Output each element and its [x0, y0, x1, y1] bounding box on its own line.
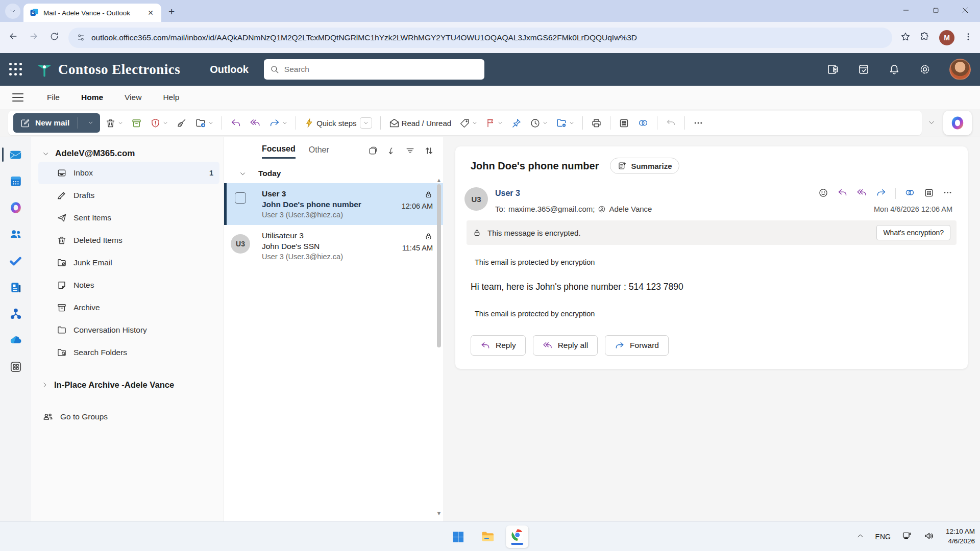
my-day-icon[interactable] — [857, 63, 870, 76]
rail-news-icon[interactable] — [0, 275, 31, 299]
go-to-groups[interactable]: Go to Groups — [38, 406, 219, 428]
sort-direction-icon[interactable] — [387, 146, 396, 157]
taskbar-clock[interactable]: 12:10 AM 4/6/2026 — [946, 527, 975, 545]
folder-conversation-history[interactable]: Conversation History — [38, 319, 219, 341]
reply-button-ribbon[interactable] — [227, 114, 244, 132]
browser-menu-icon[interactable] — [964, 32, 973, 43]
browser-tab[interactable]: Mail - Adele Vance - Outlook ✕ — [23, 4, 161, 22]
archive-button[interactable] — [128, 115, 145, 132]
summarize-button[interactable]: Summarize — [610, 158, 679, 174]
forward-icon[interactable] — [876, 187, 887, 199]
menu-view[interactable]: View — [122, 90, 143, 105]
undo-button[interactable] — [663, 115, 679, 132]
network-icon[interactable] — [902, 531, 913, 543]
whats-encryption-button[interactable]: What's encryption? — [876, 225, 950, 240]
new-mail-dropdown[interactable] — [83, 118, 98, 128]
new-mail-button[interactable]: New mail — [13, 113, 100, 133]
message-list-scrollbar[interactable]: ▲ ▼ — [436, 177, 442, 517]
notifications-bell-icon[interactable] — [888, 63, 900, 76]
rail-people-icon[interactable] — [0, 222, 31, 246]
app-name[interactable]: Outlook — [210, 64, 249, 76]
sweep-button[interactable] — [173, 115, 190, 132]
quick-steps-button[interactable]: Quick steps — [301, 114, 375, 132]
settings-gear-icon[interactable] — [919, 63, 931, 76]
address-bar[interactable]: outlook.office365.com/mail/inbox/id/AAQk… — [68, 28, 892, 48]
menu-file[interactable]: File — [45, 90, 62, 105]
reload-button[interactable] — [48, 32, 60, 44]
report-button[interactable] — [147, 115, 171, 132]
quick-steps-dropdown[interactable] — [360, 117, 372, 129]
mail-list-item[interactable]: U3 Utilisateur 3 John Doe's SSN User 3 (… — [224, 225, 443, 267]
folder-junk-email[interactable]: Junk Email — [38, 252, 219, 274]
sender-avatar[interactable]: U3 — [464, 187, 488, 211]
rail-mail-icon[interactable] — [0, 142, 31, 167]
volume-icon[interactable] — [924, 531, 935, 543]
print-button[interactable] — [588, 115, 605, 132]
account-row[interactable]: AdeleV@M365.com — [38, 145, 219, 162]
loop-icon[interactable] — [904, 187, 915, 199]
snooze-button[interactable] — [527, 115, 551, 132]
back-button[interactable] — [7, 31, 19, 44]
reply-all-button[interactable]: Reply all — [533, 335, 598, 356]
pin-button[interactable] — [508, 115, 525, 132]
hamburger-menu-icon[interactable] — [12, 93, 23, 102]
forward-button-ribbon[interactable] — [266, 114, 290, 132]
apps-button[interactable] — [616, 115, 632, 132]
loop-button[interactable] — [634, 114, 652, 132]
app-launcher-icon[interactable] — [9, 63, 22, 76]
categorize-button[interactable] — [456, 115, 480, 132]
read-unread-button[interactable]: Read / Unread — [386, 115, 455, 132]
window-minimize-button[interactable] — [891, 0, 921, 20]
reply-all-button-ribbon[interactable] — [247, 114, 264, 132]
forward-button[interactable]: Forward — [605, 335, 669, 356]
folder-deleted-items[interactable]: Deleted Items — [38, 229, 219, 252]
window-close-button[interactable] — [950, 0, 980, 20]
menu-help[interactable]: Help — [161, 90, 181, 105]
reply-button[interactable]: Reply — [471, 335, 526, 356]
onenote-feed-icon[interactable] — [827, 63, 839, 76]
filter-icon[interactable] — [405, 146, 415, 157]
move-to-button[interactable] — [192, 114, 216, 132]
tab-other[interactable]: Other — [309, 145, 329, 158]
copilot-button[interactable] — [943, 111, 972, 135]
browser-profile-avatar[interactable]: M — [939, 30, 954, 45]
extensions-icon[interactable] — [920, 32, 930, 43]
recipient-1[interactable]: maxime.365@gmail.com; — [508, 205, 595, 213]
tab-search-button[interactable] — [5, 4, 20, 19]
mail-checkbox[interactable] — [235, 192, 246, 204]
brand[interactable]: Contoso Electronics — [36, 61, 180, 78]
tab-close-icon[interactable]: ✕ — [146, 9, 155, 17]
window-maximize-button[interactable] — [921, 0, 950, 20]
flag-button[interactable] — [482, 115, 506, 131]
select-messages-icon[interactable] — [368, 146, 378, 157]
folder-archive[interactable]: Archive — [38, 296, 219, 319]
scroll-down-icon[interactable]: ▼ — [436, 510, 442, 517]
search-input[interactable] — [284, 65, 478, 74]
sender-name[interactable]: User 3 — [495, 189, 520, 198]
add-reaction-icon[interactable] — [818, 188, 828, 199]
folder-notes[interactable]: Notes — [38, 274, 219, 296]
rail-copilot-icon[interactable] — [0, 195, 31, 220]
rail-calendar-icon[interactable] — [0, 169, 31, 193]
ribbon-collapse-button[interactable] — [928, 119, 935, 128]
more-actions-icon[interactable] — [943, 188, 952, 199]
scrollbar-thumb[interactable] — [437, 184, 441, 347]
folder-sent-items[interactable]: Sent Items — [38, 207, 219, 229]
search-box[interactable] — [264, 59, 484, 80]
rail-onedrive-icon[interactable] — [0, 328, 31, 353]
scroll-up-icon[interactable]: ▲ — [436, 177, 442, 184]
rail-more-apps-icon[interactable] — [0, 355, 31, 379]
site-info-icon[interactable] — [77, 33, 85, 42]
reply-all-icon[interactable] — [856, 187, 867, 199]
reply-icon[interactable] — [837, 187, 848, 199]
apps-grid-icon[interactable] — [924, 188, 934, 199]
file-explorer-button[interactable] — [476, 525, 499, 548]
rail-org-explorer-icon[interactable] — [0, 302, 31, 326]
mail-list-item[interactable]: User 3 John Doe's phone number User 3 (U… — [224, 183, 443, 225]
folder-search-folders[interactable]: Search Folders — [38, 341, 219, 364]
chrome-taskbar-button[interactable] — [506, 525, 528, 548]
folder-drafts[interactable]: Drafts — [38, 184, 219, 207]
tab-focused[interactable]: Focused — [262, 144, 296, 159]
sort-order-icon[interactable] — [424, 146, 434, 157]
rules-button[interactable] — [553, 114, 577, 132]
